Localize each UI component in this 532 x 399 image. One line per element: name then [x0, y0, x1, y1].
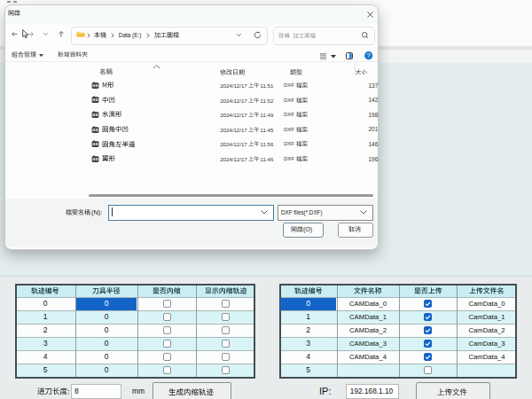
svg-text:?: ? [367, 53, 371, 59]
